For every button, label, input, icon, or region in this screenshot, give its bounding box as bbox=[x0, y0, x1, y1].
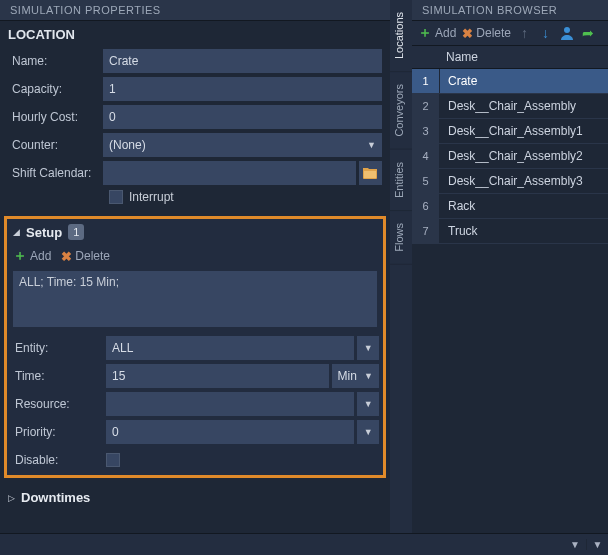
label-hourly-cost: Hourly Cost: bbox=[8, 110, 103, 124]
browser-header: SIMULATION BROWSER bbox=[412, 0, 608, 21]
counter-value: (None) bbox=[109, 138, 146, 152]
caret-down-icon: ▼ bbox=[364, 427, 373, 437]
label-capacity: Capacity: bbox=[8, 82, 103, 96]
row-name: Truck bbox=[440, 219, 608, 243]
setup-header[interactable]: ◢ Setup 1 bbox=[7, 219, 383, 245]
expand-icon: ▷ bbox=[8, 493, 15, 503]
row-name: Rack bbox=[440, 194, 608, 218]
time-input[interactable] bbox=[106, 364, 329, 388]
label-time: Time: bbox=[11, 369, 106, 383]
row-number: 3 bbox=[412, 119, 440, 143]
shift-calendar-input[interactable] bbox=[103, 161, 356, 185]
browser-delete-button[interactable]: ✖ Delete bbox=[462, 26, 511, 41]
plus-icon: ＋ bbox=[418, 24, 432, 42]
setup-title: Setup bbox=[26, 225, 62, 240]
interrupt-checkbox[interactable] bbox=[109, 190, 123, 204]
entity-dropdown-button[interactable]: ▼ bbox=[357, 336, 379, 360]
setup-list-item[interactable]: ALL; Time: 15 Min; bbox=[19, 275, 371, 289]
side-tab-entities[interactable]: Entities bbox=[390, 150, 412, 211]
caret-down-icon: ▼ bbox=[364, 399, 373, 409]
browser-side-tabs: LocationsConveyorsEntitiesFlows bbox=[390, 0, 412, 533]
row-name: Desk__Chair_Assembly2 bbox=[440, 144, 608, 168]
row-name: Desk__Chair_Assembly bbox=[440, 94, 608, 118]
user-button[interactable] bbox=[559, 26, 574, 41]
setup-list[interactable]: ALL; Time: 15 Min; bbox=[13, 271, 377, 327]
plus-icon: ＋ bbox=[13, 247, 27, 265]
footer-bar: ▼ ▼ bbox=[0, 533, 608, 555]
setup-panel: ◢ Setup 1 ＋ Add ✖ Delete ALL; Time: 15 M… bbox=[4, 216, 386, 478]
share-button[interactable]: ➦ bbox=[580, 26, 595, 41]
resource-input[interactable] bbox=[106, 392, 354, 416]
browser-panel: LocationsConveyorsEntitiesFlows SIMULATI… bbox=[390, 0, 608, 533]
properties-panel: SIMULATION PROPERTIES LOCATION Name: Cap… bbox=[0, 0, 390, 533]
x-icon: ✖ bbox=[462, 26, 473, 41]
row-number: 1 bbox=[412, 69, 440, 93]
setup-add-label: Add bbox=[30, 249, 51, 263]
setup-count-badge: 1 bbox=[68, 224, 84, 240]
browser-add-button[interactable]: ＋ Add bbox=[418, 24, 456, 42]
label-counter: Counter: bbox=[8, 138, 103, 152]
label-priority: Priority: bbox=[11, 425, 106, 439]
folder-icon bbox=[363, 167, 377, 179]
name-input[interactable] bbox=[103, 49, 382, 73]
move-up-button[interactable]: ↑ bbox=[517, 26, 532, 41]
browser-delete-label: Delete bbox=[476, 26, 511, 40]
row-number: 7 bbox=[412, 219, 440, 243]
row-name: Crate bbox=[440, 69, 608, 93]
row-number: 5 bbox=[412, 169, 440, 193]
properties-header: SIMULATION PROPERTIES bbox=[0, 0, 390, 21]
caret-down-icon: ▼ bbox=[367, 140, 376, 150]
person-icon bbox=[560, 26, 574, 40]
side-tab-flows[interactable]: Flows bbox=[390, 211, 412, 265]
table-row[interactable]: 7Truck bbox=[412, 219, 608, 244]
time-unit-select[interactable]: Min ▼ bbox=[332, 364, 379, 388]
column-name[interactable]: Name bbox=[440, 46, 608, 68]
table-row[interactable]: 4Desk__Chair_Assembly2 bbox=[412, 144, 608, 169]
priority-input[interactable] bbox=[106, 420, 354, 444]
footer-collapse-left[interactable]: ▼ bbox=[564, 539, 586, 550]
table-row[interactable]: 1Crate bbox=[412, 69, 608, 94]
capacity-input[interactable] bbox=[103, 77, 382, 101]
svg-point-0 bbox=[564, 27, 570, 33]
hourly-cost-input[interactable] bbox=[103, 105, 382, 129]
label-disable: Disable: bbox=[11, 453, 106, 467]
caret-down-icon: ▼ bbox=[364, 343, 373, 353]
table-row[interactable]: 5Desk__Chair_Assembly3 bbox=[412, 169, 608, 194]
browser-add-label: Add bbox=[435, 26, 456, 40]
browse-folder-button[interactable] bbox=[359, 161, 382, 185]
disable-checkbox[interactable] bbox=[106, 453, 120, 467]
row-number: 6 bbox=[412, 194, 440, 218]
side-tab-conveyors[interactable]: Conveyors bbox=[390, 72, 412, 150]
table-row[interactable]: 2Desk__Chair_Assembly bbox=[412, 94, 608, 119]
row-number: 2 bbox=[412, 94, 440, 118]
table-row[interactable]: 6Rack bbox=[412, 194, 608, 219]
label-resource: Resource: bbox=[11, 397, 106, 411]
caret-down-icon: ▼ bbox=[364, 371, 373, 381]
side-tab-locations[interactable]: Locations bbox=[390, 0, 412, 72]
resource-dropdown-button[interactable]: ▼ bbox=[357, 392, 379, 416]
setup-add-button[interactable]: ＋ Add bbox=[13, 247, 51, 265]
footer-collapse-right[interactable]: ▼ bbox=[586, 539, 608, 550]
label-entity: Entity: bbox=[11, 341, 106, 355]
row-name: Desk__Chair_Assembly3 bbox=[440, 169, 608, 193]
downtimes-header[interactable]: ▷ Downtimes bbox=[0, 482, 390, 513]
row-name: Desk__Chair_Assembly1 bbox=[440, 119, 608, 143]
counter-select[interactable]: (None) ▼ bbox=[103, 133, 382, 157]
table-row[interactable]: 3Desk__Chair_Assembly1 bbox=[412, 119, 608, 144]
label-shift-calendar: Shift Calendar: bbox=[8, 166, 103, 180]
move-down-button[interactable]: ↓ bbox=[538, 26, 553, 41]
downtimes-title: Downtimes bbox=[21, 490, 90, 505]
collapse-icon: ◢ bbox=[13, 227, 20, 237]
time-unit-value: Min bbox=[338, 369, 357, 383]
x-icon: ✖ bbox=[61, 249, 72, 264]
priority-dropdown-button[interactable]: ▼ bbox=[357, 420, 379, 444]
label-name: Name: bbox=[8, 54, 103, 68]
section-location: LOCATION bbox=[0, 21, 390, 46]
entity-input[interactable] bbox=[106, 336, 354, 360]
table-header: Name bbox=[412, 46, 608, 69]
setup-delete-label: Delete bbox=[75, 249, 110, 263]
setup-delete-button[interactable]: ✖ Delete bbox=[61, 249, 110, 264]
row-number: 4 bbox=[412, 144, 440, 168]
label-interrupt: Interrupt bbox=[129, 190, 174, 204]
